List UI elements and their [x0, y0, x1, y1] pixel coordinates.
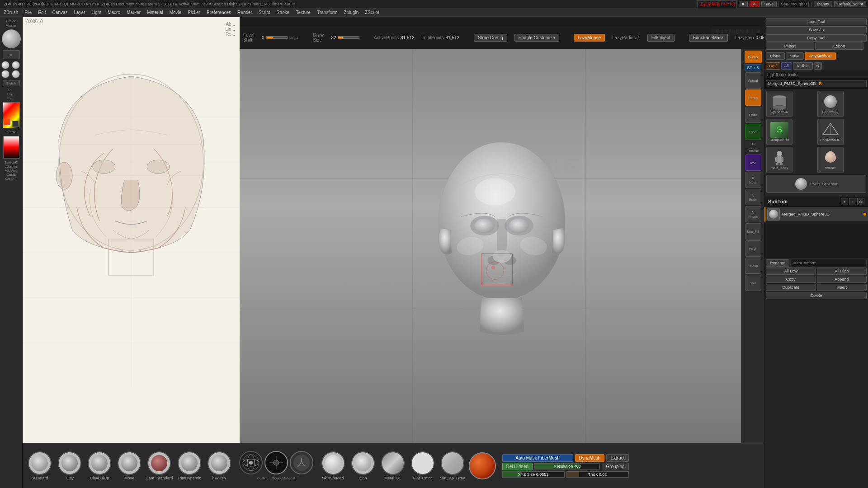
back-face-mask-button[interactable]: BackFaceMask — [689, 34, 728, 42]
append-button[interactable]: Append — [817, 276, 867, 283]
goz-button[interactable]: GoZ — [766, 62, 780, 70]
lazy-mouse-button[interactable]: LazyMouse — [574, 34, 605, 42]
actual-icon[interactable]: Actual — [745, 72, 761, 89]
menu-material[interactable]: Material — [145, 10, 165, 15]
menu-macro[interactable]: Macro — [106, 10, 122, 15]
make-button[interactable]: Make — [786, 52, 804, 60]
material-metal01[interactable]: Metal_01 — [379, 451, 406, 480]
r-button[interactable]: R — [814, 62, 822, 70]
brush-claybuildup[interactable]: ClayBuiUp — [86, 451, 113, 480]
tool-pm3d[interactable]: PM3D_Sphere3D — [766, 175, 866, 193]
import-button[interactable]: Import — [766, 42, 814, 50]
material-icon[interactable]: 人 — [290, 451, 313, 474]
menu-marker[interactable]: Marker — [125, 10, 142, 15]
draw-size-bar[interactable] — [338, 36, 359, 39]
material-flatcolor[interactable]: Flat_Color — [409, 451, 436, 480]
scale-button[interactable]: ⤡ Scale — [745, 189, 761, 205]
persp-icon[interactable]: Persp — [745, 89, 761, 106]
menus-button[interactable]: Menus — [814, 1, 832, 7]
menu-canvas[interactable]: Canvas — [51, 10, 70, 15]
close-button[interactable]: ✕ — [750, 1, 760, 7]
save-button[interactable]: Save — [761, 1, 777, 7]
local-icon[interactable]: Local — [745, 124, 761, 140]
material-matcap-gray[interactable]: MatCap_Gray — [439, 451, 466, 480]
bump-icon[interactable]: Bump — [745, 51, 762, 63]
rename-button[interactable]: Rename — [766, 259, 789, 267]
menu-picker[interactable]: Picker — [186, 10, 202, 15]
grouping-button[interactable]: Grouping — [602, 463, 628, 470]
all-low-button[interactable]: All Low — [766, 267, 816, 275]
draw-mode-icon[interactable] — [264, 451, 288, 474]
resolution-slider[interactable]: Resolution 400 — [534, 463, 600, 469]
menu-texture[interactable]: Texture — [294, 10, 312, 15]
delete-button[interactable]: Delete — [766, 292, 867, 299]
focal-shift-bar[interactable] — [266, 36, 288, 39]
xyz-button[interactable]: XYZ — [745, 155, 761, 171]
copy-button[interactable]: Copy — [766, 276, 816, 283]
brush-dot-1[interactable] — [1, 61, 9, 69]
menu-stroke[interactable]: Stroke — [274, 10, 291, 15]
floor-icon[interactable]: Floor — [745, 107, 761, 123]
una-fill-button[interactable]: Una_Fill — [745, 223, 761, 239]
gradient-swatch[interactable] — [3, 136, 19, 159]
export-button[interactable]: Export — [815, 42, 863, 50]
brush-trimdynamic[interactable]: TrimDynamic — [176, 451, 203, 480]
record-stop-button[interactable]: ■ — [739, 1, 747, 7]
active-brush-preview[interactable] — [2, 29, 21, 48]
gyroscope-icon[interactable] — [239, 451, 263, 474]
color-picker-swatch[interactable] — [3, 102, 20, 128]
thick-slider[interactable]: Thick 0.02 — [566, 471, 629, 478]
menu-file[interactable]: File — [23, 10, 33, 15]
menu-script[interactable]: Script — [257, 10, 272, 15]
brush-clay[interactable]: Clay — [56, 451, 83, 480]
main-viewport[interactable]: 人人素材社区 www.rr-sc.com — [240, 49, 764, 443]
move-button[interactable]: ✥ Move — [745, 172, 761, 188]
tool-cylinder3d[interactable]: Cylinder3D — [766, 91, 793, 117]
extract-button[interactable]: Extract — [606, 454, 628, 462]
auto-mask-button[interactable]: Auto Mask FiberMesh — [502, 454, 573, 462]
transp-button[interactable]: Transp — [745, 258, 761, 274]
sphere-preview-item[interactable] — [469, 452, 496, 479]
polymesh3d-button[interactable]: PolyMesh3D — [805, 52, 836, 60]
clone-button[interactable]: Clone — [766, 52, 785, 60]
load-tool-button[interactable]: Load Tool — [766, 18, 867, 25]
all-button[interactable]: All — [781, 62, 792, 70]
menu-preferences[interactable]: Preferences — [205, 10, 233, 15]
menu-zscript[interactable]: ZScript — [363, 10, 381, 15]
defaultzscript-button[interactable]: DefaultZScript — [834, 1, 866, 7]
save-as-button[interactable]: Save As — [766, 26, 867, 33]
del-hidden-button[interactable]: Del Hidden — [502, 463, 533, 470]
xyz-size-slider[interactable]: XYZ Size 0.0553 — [502, 471, 565, 478]
duplicate-button[interactable]: Duplicate — [766, 284, 816, 291]
menu-edit[interactable]: Edit — [36, 10, 47, 15]
tool-male-body[interactable]: male_body — [766, 147, 793, 173]
polyf-button[interactable]: PolyF — [745, 240, 761, 257]
subtool-toggle-2[interactable]: ▫ — [849, 198, 856, 205]
tool-samplbrush[interactable]: S SamplBrush — [766, 119, 793, 145]
subtool-item-merged[interactable]: Merged_PM3D_Sphere3D — [764, 207, 868, 222]
store-config-button[interactable]: Store Config — [474, 34, 507, 42]
copy-tool-button[interactable]: Copy Tool — [766, 34, 867, 42]
lightbox-section[interactable]: Lightbox) Tools — [764, 71, 868, 79]
brush-dot-4[interactable] — [12, 70, 20, 78]
menu-transform[interactable]: Transform — [315, 10, 339, 15]
brush-damstandard[interactable]: Dam_Standard — [146, 451, 173, 480]
dynamesh-button[interactable]: DynaMesh — [575, 454, 605, 462]
menu-movie[interactable]: Movie — [168, 10, 184, 15]
menu-zbrush[interactable]: ZBrush — [2, 10, 20, 15]
spix-button[interactable]: SPix 3 — [745, 64, 761, 71]
menu-zplugin[interactable]: Zplugin — [342, 10, 360, 15]
tool-sphere3d[interactable]: Sphere3D — [817, 91, 844, 117]
brush-move[interactable]: Move — [116, 451, 143, 480]
rename-field[interactable]: AutoConform — [790, 260, 867, 266]
brush-standard[interactable]: Standard — [26, 451, 53, 480]
all-high-button[interactable]: All High — [817, 267, 867, 275]
fill-object-button[interactable]: FillObject — [647, 34, 675, 42]
material-binn[interactable]: Binn — [349, 451, 377, 480]
brush-dot-3[interactable] — [1, 70, 9, 78]
material-skinshaded[interactable]: SkinShaded — [320, 451, 347, 480]
menu-render[interactable]: Render — [236, 10, 254, 15]
tool-female[interactable]: female — [817, 147, 844, 173]
visible-button[interactable]: Visible — [793, 62, 813, 70]
brush-hpolish[interactable]: hPolish — [206, 451, 233, 480]
